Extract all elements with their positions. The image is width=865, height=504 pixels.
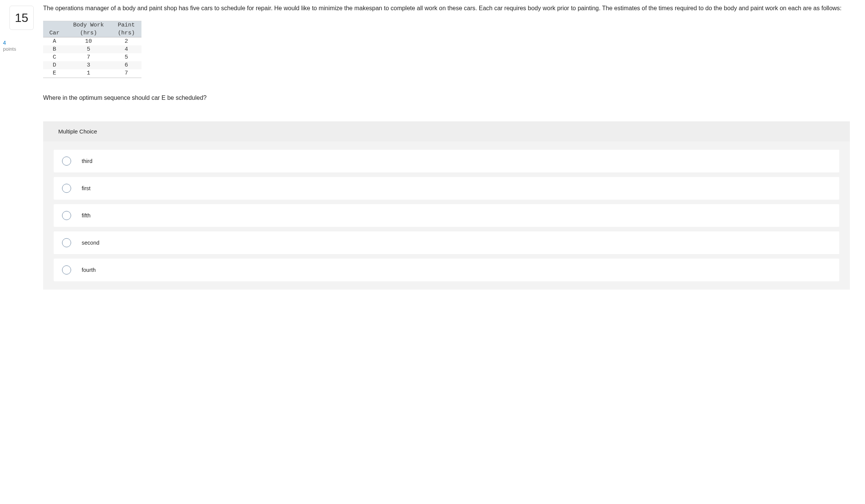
sidebar: 15 4 points	[0, 4, 43, 52]
radio-icon	[62, 157, 71, 166]
points-value: 4	[3, 40, 43, 46]
table-header-row-1: Body Work Paint	[43, 21, 141, 29]
th-body-bot: (hrs)	[66, 29, 111, 37]
th-body-top: Body Work	[66, 21, 111, 29]
cell-car: C	[43, 53, 66, 61]
th-paint-bot: (hrs)	[111, 29, 141, 37]
table-row: D 3 6	[43, 61, 141, 69]
cell-car: E	[43, 69, 66, 78]
points-block: 4 points	[0, 40, 43, 52]
multiple-choice-container: Multiple Choice third first fifth second	[43, 121, 850, 290]
cell-paint: 5	[111, 53, 141, 61]
question-intro-text: The operations manager of a body and pai…	[43, 4, 850, 13]
th-car: Car	[43, 29, 66, 37]
cell-paint: 7	[111, 69, 141, 78]
data-table: Body Work Paint Car (hrs) (hrs) A 10 2	[43, 21, 141, 78]
question-number: 15	[9, 6, 34, 30]
data-table-wrap: Body Work Paint Car (hrs) (hrs) A 10 2	[43, 21, 850, 78]
table-row: B 5 4	[43, 45, 141, 53]
cell-car: D	[43, 61, 66, 69]
table-row: E 1 7	[43, 69, 141, 78]
mc-option-fourth[interactable]: fourth	[54, 259, 839, 281]
cell-body: 1	[66, 69, 111, 78]
th-car-blank	[43, 21, 66, 29]
table-body: A 10 2 B 5 4 C 7 5 D	[43, 37, 141, 78]
cell-body: 3	[66, 61, 111, 69]
mc-option-label: second	[82, 240, 99, 246]
cell-paint: 6	[111, 61, 141, 69]
cell-paint: 2	[111, 37, 141, 45]
mc-option-second[interactable]: second	[54, 231, 839, 254]
multiple-choice-title: Multiple Choice	[43, 121, 850, 141]
mc-option-third[interactable]: third	[54, 150, 839, 172]
cell-body: 7	[66, 53, 111, 61]
question-followup-text: Where in the optimum sequence should car…	[43, 93, 850, 102]
radio-icon	[62, 211, 71, 220]
cell-car: A	[43, 37, 66, 45]
mc-option-label: first	[82, 185, 90, 191]
radio-icon	[62, 184, 71, 193]
points-label: points	[3, 46, 43, 52]
cell-body: 10	[66, 37, 111, 45]
main-content: The operations manager of a body and pai…	[43, 4, 865, 290]
th-paint-top: Paint	[111, 21, 141, 29]
table-row: A 10 2	[43, 37, 141, 45]
mc-option-label: fifth	[82, 212, 90, 219]
mc-option-first[interactable]: first	[54, 177, 839, 200]
question-page: 15 4 points The operations manager of a …	[0, 0, 865, 290]
multiple-choice-body: third first fifth second fourth	[43, 141, 850, 290]
radio-icon	[62, 238, 71, 247]
cell-paint: 4	[111, 45, 141, 53]
mc-option-label: third	[82, 158, 92, 164]
table-header-row-2: Car (hrs) (hrs)	[43, 29, 141, 37]
radio-icon	[62, 265, 71, 274]
table-row: C 7 5	[43, 53, 141, 61]
mc-option-label: fourth	[82, 267, 96, 273]
cell-car: B	[43, 45, 66, 53]
mc-option-fifth[interactable]: fifth	[54, 204, 839, 227]
cell-body: 5	[66, 45, 111, 53]
